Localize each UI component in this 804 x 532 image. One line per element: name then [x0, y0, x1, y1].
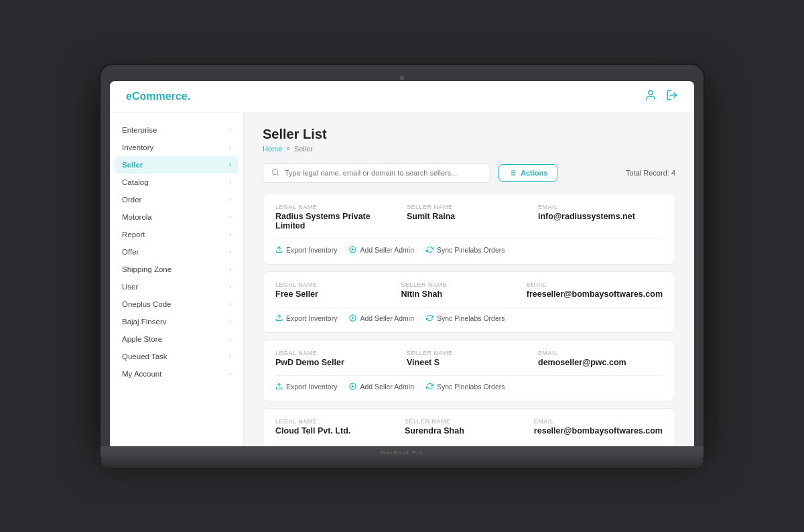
sidebar-item-bajaj-finserv[interactable]: Bajaj Finserv › [110, 313, 243, 330]
seller-action-add[interactable]: Add Seller Admin [349, 246, 414, 255]
chevron-right-icon: › [229, 371, 231, 377]
seller-card-top: LEGAL NAME PwD Demo Seller SELLER NAME V… [275, 350, 663, 367]
sidebar-item-user[interactable]: User › [110, 278, 243, 295]
seller-action-add[interactable]: Add Seller Admin [349, 314, 414, 323]
laptop-screen: eCommerce. [110, 81, 694, 446]
sidebar-item-motorola[interactable]: Motorola › [110, 208, 243, 226]
svg-point-0 [649, 90, 653, 94]
legal-name-value: Cloud Tell Pvt. Ltd. [275, 426, 398, 436]
breadcrumb-current: Seller [294, 145, 313, 153]
sidebar-item-label: Inventory [122, 143, 153, 151]
sidebar-item-label: Queued Task [122, 352, 168, 360]
seller-card-actions: Export Inventory Add Seller Admin Sync P… [275, 239, 663, 255]
sync-icon [426, 314, 433, 323]
sidebar-item-seller[interactable]: Seller › [115, 156, 238, 174]
email-value: reseller@bombaysoftwares.com [534, 426, 663, 436]
email-value: freeseller@bombaysoftwares.com [527, 289, 663, 299]
seller-action-export[interactable]: Export Inventory [275, 314, 337, 323]
search-icon [271, 168, 279, 178]
seller-legal-name-field: LEGAL NAME PwD Demo Seller [275, 350, 400, 367]
sidebar-item-label: Motorola [122, 213, 152, 221]
seller-name-field: SELLER NAME Surendra Shah [405, 418, 527, 436]
seller-action-label: Sync Pinelabs Orders [437, 246, 505, 254]
sidebar-item-apple-store[interactable]: Apple Store › [110, 330, 243, 348]
seller-action-add[interactable]: Add Seller Admin [349, 383, 414, 391]
seller-action-sync[interactable]: Sync Pinelabs Orders [426, 383, 505, 391]
chevron-right-icon: › [229, 179, 231, 186]
sidebar-item-label: Catalog [122, 178, 149, 186]
seller-card: LEGAL NAME Cloud Tell Pvt. Ltd. SELLER N… [263, 408, 675, 446]
app-logo: eCommerce. [126, 90, 190, 103]
legal-name-label: LEGAL NAME [275, 418, 398, 425]
seller-card-top: LEGAL NAME Cloud Tell Pvt. Ltd. SELLER N… [275, 418, 663, 436]
seller-legal-name-field: LEGAL NAME Cloud Tell Pvt. Ltd. [275, 418, 398, 436]
sidebar-item-label: Seller [122, 161, 143, 169]
seller-card-actions: Export Inventory Add Seller Admin Sync P… [275, 307, 663, 323]
laptop-frame: eCommerce. [100, 65, 704, 468]
breadcrumb-home[interactable]: Home [263, 145, 282, 153]
chevron-right-icon: › [229, 196, 231, 203]
actions-button[interactable]: Actions [498, 164, 557, 182]
seller-name-value: Nitin Shah [401, 289, 519, 299]
seller-action-sync[interactable]: Sync Pinelabs Orders [426, 314, 505, 323]
sidebar-item-shipping-zone[interactable]: Shipping Zone › [110, 261, 243, 278]
app-container: eCommerce. [110, 81, 694, 446]
sync-icon [426, 383, 433, 391]
search-input[interactable] [285, 169, 482, 177]
sidebar-item-label: Apple Store [122, 335, 162, 343]
seller-action-label: Add Seller Admin [360, 383, 414, 391]
sidebar-item-oneplus-code[interactable]: Oneplus Code › [110, 295, 243, 313]
seller-action-label: Sync Pinelabs Orders [437, 314, 505, 322]
seller-email-field: EMAIL demoseller@pwc.com [538, 350, 663, 367]
seller-card-top: LEGAL NAME Free Seller SELLER NAME Nitin… [275, 281, 663, 299]
sidebar-item-label: Oneplus Code [122, 300, 172, 308]
seller-action-export[interactable]: Export Inventory [275, 246, 337, 255]
sidebar-item-label: Order [122, 196, 141, 204]
export-icon [275, 314, 283, 323]
sidebar-item-label: User [122, 283, 138, 291]
email-label: EMAIL [538, 204, 663, 210]
chevron-right-icon: › [229, 318, 231, 325]
chevron-right-icon: › [229, 336, 231, 342]
app-header: eCommerce. [110, 81, 694, 113]
email-value: info@radiussystems.net [538, 212, 663, 221]
sidebar-item-report[interactable]: Report › [110, 226, 243, 243]
sidebar-item-order[interactable]: Order › [110, 191, 243, 208]
seller-card: LEGAL NAME Radius Systems Private Limite… [263, 194, 675, 265]
sidebar-item-my-account[interactable]: My Account › [110, 365, 243, 383]
export-icon [275, 383, 283, 391]
seller-card: LEGAL NAME Free Seller SELLER NAME Nitin… [263, 271, 675, 333]
sidebar-item-catalog[interactable]: Catalog › [110, 174, 243, 191]
sidebar-item-label: Offer [122, 248, 139, 256]
seller-legal-name-field: LEGAL NAME Free Seller [275, 281, 394, 299]
user-icon[interactable] [645, 89, 657, 104]
legal-name-label: LEGAL NAME [275, 350, 400, 356]
legal-name-label: LEGAL NAME [275, 281, 394, 288]
seller-name-value: Sumit Raina [407, 212, 531, 221]
sidebar: Enterprise › Inventory › Seller › Catalo… [110, 113, 244, 446]
seller-name-label: SELLER NAME [401, 281, 519, 288]
sidebar-item-label: Enterprise [122, 126, 157, 134]
total-record: Total Record: 4 [626, 169, 675, 177]
chevron-right-icon: › [229, 249, 231, 255]
seller-action-label: Export Inventory [286, 383, 337, 391]
sidebar-item-queued-task[interactable]: Queued Task › [110, 348, 243, 365]
seller-action-export[interactable]: Export Inventory [275, 383, 337, 391]
seller-card: LEGAL NAME PwD Demo Seller SELLER NAME V… [263, 340, 675, 401]
seller-action-label: Export Inventory [286, 246, 337, 254]
sidebar-item-offer[interactable]: Offer › [110, 243, 243, 261]
seller-card-top: LEGAL NAME Radius Systems Private Limite… [275, 204, 663, 230]
chevron-right-icon: › [229, 127, 231, 133]
sidebar-item-enterprise[interactable]: Enterprise › [110, 121, 243, 139]
chevron-right-icon: › [229, 283, 231, 290]
seller-name-field: SELLER NAME Vineet S [407, 350, 531, 367]
header-actions [645, 89, 678, 104]
sidebar-item-label: Shipping Zone [122, 265, 172, 273]
email-label: EMAIL [538, 350, 663, 356]
logout-icon[interactable] [666, 89, 678, 104]
seller-action-sync[interactable]: Sync Pinelabs Orders [426, 246, 505, 255]
sidebar-item-inventory[interactable]: Inventory › [110, 139, 243, 156]
chevron-right-icon: › [229, 231, 231, 238]
app-body: Enterprise › Inventory › Seller › Catalo… [110, 113, 694, 446]
legal-name-value: Free Seller [275, 289, 394, 299]
